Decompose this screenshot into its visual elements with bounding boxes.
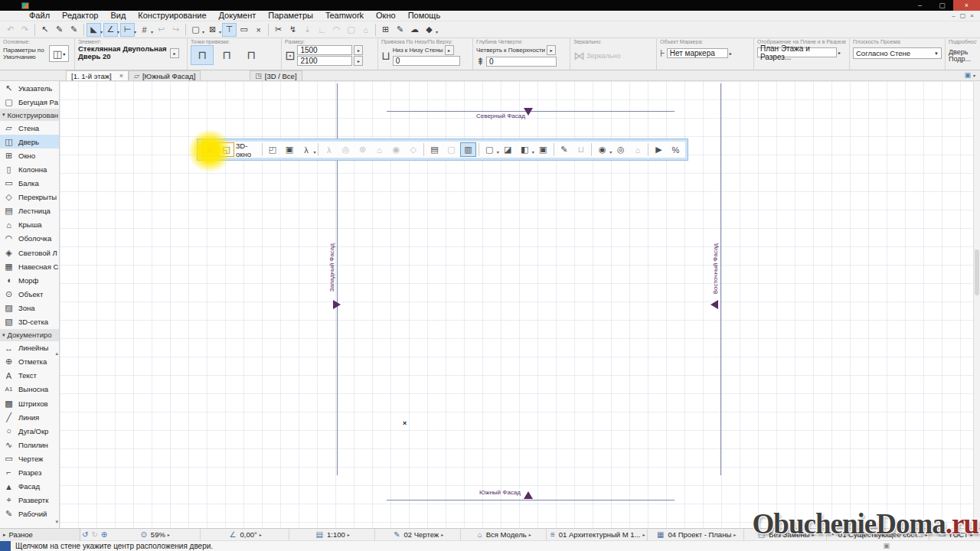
paste-view-button[interactable]: ▢ — [443, 142, 459, 157]
sidebar-item-level-dimension[interactable]: ⊕Отметка — [0, 355, 59, 369]
sidebar-item-label[interactable]: A1Выносна — [0, 383, 59, 396]
grid-snap-toggle[interactable]: # — [137, 23, 152, 37]
sidebar-item-slab[interactable]: ◇Перекрыты — [0, 191, 59, 204]
sidebar-item-mesh[interactable]: ▧3D-сетка — [0, 315, 59, 329]
layers-page-icon[interactable]: ▢ — [188, 23, 203, 37]
south-elevation-label[interactable]: Южный Фасад — [479, 489, 521, 496]
flyout-arrow-icon[interactable]: ▸ — [529, 532, 531, 537]
lock-icon[interactable]: ⊠ — [205, 23, 220, 37]
sidebar-item-line[interactable]: ╱Линия — [0, 410, 59, 424]
east-elevation-label[interactable]: Восточный Фасад — [712, 243, 719, 294]
view-map-control[interactable]: ▦ 04 Проект - Планы ▸ — [648, 529, 744, 541]
flyout-arrow-icon[interactable]: ▸ — [168, 532, 170, 537]
sketch-markup-icon[interactable]: ✎ — [393, 23, 407, 37]
sidebar-item-elevation[interactable]: ▲Фасад — [0, 480, 59, 494]
width-flyout-button[interactable]: ▸ — [354, 45, 363, 55]
south-elevation-marker-icon[interactable] — [524, 491, 533, 499]
perspective-view-button[interactable]: ◰ — [264, 142, 280, 157]
sidebar-item-window[interactable]: ⊞Окно — [0, 148, 59, 162]
width-field[interactable]: 1500 — [297, 45, 352, 55]
pen-tool-icon[interactable]: ✎ — [67, 23, 81, 37]
menu-file[interactable]: Файл — [23, 11, 56, 21]
display-mode-button[interactable]: План Этажа и Разрез... — [757, 47, 837, 57]
navigation-wheel-button[interactable]: ◉ — [388, 142, 404, 157]
toolbox-scroll-down-icon[interactable]: ▾ — [55, 519, 58, 525]
zoom-in-icon[interactable]: ⊕ — [101, 530, 107, 539]
axonometry-view-button[interactable]: ▣ — [281, 142, 297, 157]
flyout-arrow-icon[interactable]: ▸ — [642, 532, 645, 537]
tab-first-story[interactable]: [1. 1-й этаж] × — [66, 70, 129, 80]
anchor-center-button[interactable]: ⊓ — [191, 45, 214, 65]
ruler-toggle[interactable]: ◣ — [87, 23, 101, 37]
sidebar-item-zone[interactable]: ▨Зона — [0, 301, 59, 315]
sidebar-item-skylight[interactable]: ◈Световой Л — [0, 246, 59, 259]
render-settings-button[interactable]: ⊔ — [573, 142, 589, 157]
sidebar-item-column[interactable]: ▯Колонна — [0, 162, 59, 176]
close-icon[interactable]: × — [119, 72, 123, 80]
height-field[interactable]: 2100 — [297, 56, 352, 66]
scissors-trim-icon[interactable]: ✂ — [271, 23, 286, 37]
sidebar-item-wall[interactable]: ▱Стена — [0, 121, 59, 135]
home-story-icon[interactable]: ⌂ — [358, 23, 373, 37]
redo-button[interactable]: ↷ — [18, 23, 32, 37]
camera-lock-button[interactable]: ◎ — [612, 142, 629, 157]
south-elevation-line[interactable] — [387, 500, 675, 500]
orientation-control[interactable]: ∠ 0,00° ▸ — [201, 529, 289, 541]
arrow-tool-icon[interactable]: ↖ — [38, 23, 52, 37]
forward-navigation-icon[interactable]: ↪ — [168, 23, 183, 37]
reveal-flyout-button[interactable]: ▸ — [547, 45, 556, 55]
eraser-button[interactable]: ◪ — [500, 142, 516, 157]
chevron-down-icon[interactable]: ▾ — [973, 73, 975, 78]
flyout-arrow-icon[interactable]: ▸ — [441, 532, 443, 537]
sidebar-item-interior-elevation[interactable]: ⌖Развертк — [0, 494, 59, 507]
menu-teamwork[interactable]: Teamwork — [319, 11, 370, 21]
shapes-library-icon[interactable]: ◆ — [422, 23, 436, 37]
frame-tool-icon[interactable]: ▢ — [344, 23, 358, 37]
anchor-mode-label[interactable]: Низ к Низу Стены — [393, 47, 443, 54]
north-elevation-marker-icon[interactable] — [524, 108, 533, 116]
chevron-down-icon[interactable]: ▾ — [202, 29, 204, 34]
save-view-button[interactable]: ▥ — [460, 142, 476, 157]
menu-help[interactable]: Помощь — [402, 11, 447, 21]
perspective-grid-button[interactable]: ⊞ — [201, 142, 217, 157]
sidebar-item-linear-dimension[interactable]: ↔Линейны▴ — [0, 341, 59, 355]
inject-parameters-icon[interactable]: ⇣ — [300, 23, 315, 37]
menu-document[interactable]: Документ — [213, 11, 263, 21]
corner-tool-icon[interactable]: ∟ — [315, 23, 329, 37]
toolbox-section-more[interactable]: ▸ Разное — [0, 529, 80, 541]
anchor-mode-flyout-button[interactable]: ▸ — [445, 45, 454, 55]
flyout-arrow-icon[interactable]: ▸ — [348, 532, 350, 537]
toolbox-scroll-up-icon[interactable]: ▴ — [55, 350, 58, 357]
sidebar-item-worksheet[interactable]: ✎Рабочий▾ — [0, 507, 59, 521]
sidebar-item-arc[interactable]: ○Дуга/Окр — [0, 424, 59, 438]
east-elevation-marker-icon[interactable] — [710, 300, 718, 309]
view-history-forward-icon[interactable]: ↻ — [91, 530, 97, 539]
sidebar-item-pointer[interactable]: ↖Указатель — [0, 81, 59, 95]
copy-view-button[interactable]: ▤ — [426, 142, 443, 157]
marquee-selection-button[interactable]: ▢ — [482, 142, 498, 157]
tab-south-elevation[interactable]: ▱ [Южный Фасад] — [129, 70, 201, 80]
menu-view[interactable]: Вид — [104, 11, 132, 21]
menu-window[interactable]: Окно — [370, 11, 402, 21]
opening-plane-select[interactable]: Согласно Стене ▼ — [853, 47, 942, 59]
back-navigation-icon[interactable]: ↩ — [154, 23, 168, 37]
reveal-depth-field[interactable]: 0 — [486, 57, 557, 67]
paint-surface-button[interactable]: ◧ — [517, 142, 533, 157]
annotate-frame-icon[interactable]: ⊞ — [378, 23, 393, 37]
window-minimize-button[interactable]: – — [909, 0, 931, 11]
chevron-down-icon[interactable]: ▾ — [313, 149, 315, 155]
mdi-minimize-button[interactable]: – — [952, 12, 955, 19]
fillet-arc-icon[interactable]: ◠ — [329, 23, 344, 37]
pen-set-control[interactable]: ✎ 02 Чертеж ▸ — [375, 529, 461, 541]
flyout-arrow-icon[interactable]: ▸ — [838, 50, 841, 55]
sidebar-item-text[interactable]: AТекст — [0, 369, 59, 383]
flyout-arrow-icon[interactable]: ▸ — [260, 532, 262, 537]
tab-3d-all[interactable]: ◳ [3D / Все] — [250, 70, 302, 80]
toolbox-section-design[interactable]: ▾Конструирован — [0, 109, 59, 121]
sidebar-item-polyline[interactable]: ∿Полилин — [0, 438, 59, 452]
chevron-down-icon[interactable]: ▾ — [436, 29, 438, 34]
pickup-parameters-icon[interactable]: ↯ — [286, 23, 300, 37]
north-elevation-label[interactable]: Северный Фасад — [476, 112, 525, 119]
flyout-arrow-icon[interactable]: ▸ — [730, 51, 732, 56]
explore-model-button[interactable]: λ — [321, 142, 337, 157]
